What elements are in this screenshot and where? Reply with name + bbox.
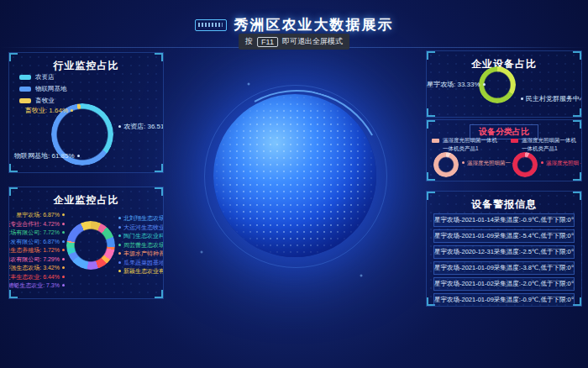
chart-label: 大运河生态牧业有限责任公 [118, 224, 164, 231]
chart-label: 翔升发有限公司: 6.87% [8, 239, 65, 245]
legend-swatch [432, 139, 439, 143]
legend-item: 农资店 [19, 73, 67, 81]
enterprise-donut-chart [66, 221, 115, 270]
header: 秀洲区农业大数据展示 [0, 15, 588, 34]
device-class-group: 温湿度光照细菌一体机 一体机类产品1 温湿度光照细菌一→ [432, 137, 504, 179]
panel-industry-monitor: 行业监控占比 农资店 物联网基地 畜牧业 畜牧业: 1.64% 农资店: 36.… [8, 52, 164, 173]
chart-label: 畜牧业: 1.64% [18, 106, 73, 115]
globe-dots-texture [213, 94, 376, 257]
industry-legend: 农资店 物联网基地 畜牧业 [19, 73, 67, 105]
legend-swatch [19, 98, 31, 103]
device-class-donut-left [433, 152, 459, 177]
chart-label: 红蜻蜓生态农业: 7.3% [8, 282, 65, 289]
chart-label: 农资店: 36.51% [118, 122, 164, 131]
chart-label: 丰源水产特种养殖场: 1. [118, 250, 164, 257]
f11-key-badge: F11 [257, 37, 278, 47]
legend-label: 温湿度光照细菌一体机 [443, 137, 497, 145]
chart-label: 温湿度光照细菌一→ [462, 160, 517, 167]
chart-label: 瓜果蔬菜园基地: 15.02% [118, 260, 164, 266]
tooltip-suffix: 即可退出全屏模式 [282, 36, 343, 47]
enterprise-labels-left: 星宇农场: 6.87%红菱果蔬专业合作社: 4.72%家庭农场有限公司: 7.7… [11, 212, 65, 289]
alarm-row: 星宇农场-2020-12-31采集温度:-2.5℃,低于下限:0℃ [433, 245, 575, 259]
panel-enterprise-monitor: 企业监控占比 星宇农场: 6.87%红菱果蔬专业合作社: 4.72%家庭农场有限… [8, 187, 164, 299]
alarm-row: 星宇农场-2021-01-14采集温度:-0.9℃,低于下限:0℃ [433, 213, 575, 227]
chart-label: 家庭农场有限公司: 7.72% [8, 229, 65, 236]
chart-label: 周芸蕾生态农场: 4.29% [118, 242, 164, 249]
panel-device-alarms: 设备警报信息 星宇农场-2021-01-14采集温度:-0.9℃,低于下限:0℃… [426, 191, 582, 307]
alarm-list: 星宇农场-2021-01-14采集温度:-0.9℃,低于下限:0℃星宇农场-20… [433, 213, 575, 307]
tooltip-prefix: 按 [245, 36, 253, 47]
legend-swatch [19, 87, 31, 92]
device-class-donut-right [512, 152, 538, 177]
panel-title: 设备警报信息 [427, 192, 581, 212]
page-title: 秀洲区农业大数据展示 [234, 15, 394, 34]
chart-label: 新颖生态农业有限公司: 6.87% [118, 268, 164, 275]
fullscreen-exit-tooltip: 按 F11 即可退出全屏模式 [239, 34, 349, 50]
chart-label: 七星生态养殖场: 1.72% [8, 247, 65, 254]
panel-device-classification: 设备分类占比 温湿度光照细菌一体机 一体机类产品1 温湿度光照细菌一→ 温湿度光… [426, 119, 582, 181]
chart-label: 星宇农场: 6.87% [16, 212, 65, 218]
alarm-row: 星宇农场-2021-01-02采集温度:-2.0℃,低于下限:0℃ [433, 277, 575, 291]
chart-label: 中绿农有限公司: 7.29% [8, 256, 65, 263]
device-class-groups: 温湿度光照细菌一体机 一体机类产品1 温湿度光照细菌一→ 温湿度光照细菌一体机 … [432, 137, 582, 179]
legend-label: 畜牧业 [35, 97, 55, 105]
chart-label: 温湿度光照细→ [541, 160, 582, 167]
globe [213, 94, 376, 257]
chart-label: 陶门生态农业科技有限公 [118, 233, 164, 239]
panel-equipment-ratio: 企业设备占比 星宇农场: 33.33% 民主村党群服务中心: [426, 50, 582, 118]
chart-label: 星宇农场: 33.33% [427, 80, 477, 89]
header-logo-icon [195, 19, 227, 31]
legend-item: 畜牧业 [19, 97, 67, 105]
chart-label: 红菱果蔬专业合作社: 4.72% [8, 221, 65, 228]
legend-item: 温湿度光照细菌一体机 [511, 137, 582, 145]
legend-label: 物联网基地 [35, 85, 67, 93]
chart-label: 民主村党群服务中心: [521, 94, 582, 103]
chart-label: 李强生态农场: 3.42% [8, 265, 65, 271]
alarm-row: 星宇农场-2021-01-09采集温度:-5.4℃,低于下限:0℃ [433, 229, 575, 243]
device-class-group: 温湿度光照细菌一体机 一体机类产品1 温湿度光照细→ [511, 137, 582, 179]
panel-title: 企业监控占比 [9, 187, 163, 208]
chart-label: 物联网基地: 61.85% [14, 151, 73, 160]
legend-label: 温湿度光照细菌一体机 [522, 137, 576, 145]
alarm-row: 星宇农场-2021-01-09采集温度:-0.9℃,低于下限:0℃ [433, 293, 575, 307]
legend-item: 温湿度光照细菌一体机 [432, 137, 504, 145]
dashboard: 秀洲区农业大数据展示 按 F11 即可退出全屏模式 行业监控占比 农资店 物联网… [0, 0, 588, 368]
chart-label: 汇丰生态农业: 6.44% [8, 274, 65, 281]
legend-label: 农资店 [35, 73, 55, 81]
legend-item: 物联网基地 [19, 85, 67, 93]
enterprise-labels-right: 北刘翔生态农场: 11.16%大运河生态牧业有限责任公陶门生态农业科技有限公周芸… [118, 215, 164, 275]
legend-swatch [19, 75, 31, 80]
panel-title: 行业监控占比 [9, 53, 163, 73]
legend-swatch [511, 139, 518, 143]
alarm-row: 星宇农场-2021-01-09采集温度:-3.8℃,低于下限:0℃ [433, 261, 575, 275]
chart-label: 北刘翔生态农场: 11.16% [118, 215, 164, 222]
